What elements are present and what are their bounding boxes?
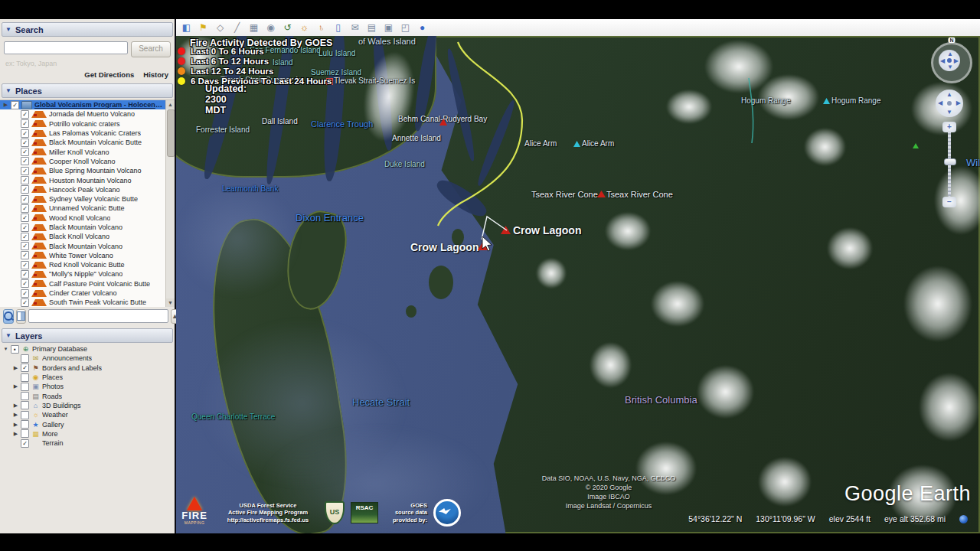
places-item[interactable]: ✓ "Molly's Nipple" Volcano bbox=[10, 269, 175, 279]
checkbox[interactable] bbox=[21, 420, 29, 429]
places-item-label[interactable]: Las Palomas Volcanic Craters bbox=[49, 129, 141, 137]
places-item[interactable]: ✓ Calf Pasture Point Volcanic Butte bbox=[10, 279, 175, 289]
places-item-label[interactable]: South Twin Peak Volcanic Butte bbox=[49, 298, 146, 306]
places-item-label[interactable]: Wood Knoll Volcano bbox=[49, 214, 110, 222]
checkbox[interactable] bbox=[21, 383, 29, 391]
map-marker[interactable] bbox=[439, 119, 447, 126]
layers-item-label[interactable]: More bbox=[42, 430, 58, 438]
places-item-label[interactable]: Black Mountain Volcanic Butte bbox=[49, 139, 142, 146]
checkbox[interactable] bbox=[21, 392, 29, 400]
expander-icon[interactable]: ▶ bbox=[13, 365, 18, 371]
zoom-out-button[interactable]: − bbox=[942, 197, 956, 207]
layers-item-label[interactable]: Gallery bbox=[42, 421, 64, 429]
scroll-up-icon[interactable]: ▲ bbox=[166, 100, 175, 109]
places-item[interactable]: ✓ Cinder Crater Volcano bbox=[10, 289, 175, 298]
places-item-label[interactable]: White Tower Volcano bbox=[49, 252, 113, 259]
map-viewport[interactable]: of Wales IslandSan Fernando IslandLulu I… bbox=[176, 36, 980, 533]
places-item[interactable]: ✓ Jornada del Muerto Volcano bbox=[10, 109, 175, 119]
pan-left-icon[interactable]: ◀ bbox=[938, 99, 942, 106]
layers-item[interactable]: ✉ Announcements bbox=[10, 354, 175, 363]
places-item[interactable]: ✓ Black Mountain Volcano bbox=[10, 241, 175, 250]
places-item-label[interactable]: Miller Knoll Volcano bbox=[49, 148, 109, 156]
search-link[interactable]: Get Directions bbox=[84, 70, 134, 79]
places-item[interactable]: ✓ Blue Spring Mountain Volcano bbox=[10, 166, 175, 175]
checkbox[interactable]: ✓ bbox=[21, 110, 29, 119]
places-item-label[interactable]: Global Volcanism Program - Holocene Volc… bbox=[34, 101, 163, 109]
places-item[interactable]: ✓ Las Palomas Volcanic Craters bbox=[10, 129, 175, 138]
places-item-label[interactable]: Sydney Valley Volcanic Butte bbox=[49, 195, 138, 203]
places-item[interactable]: ✓ Sydney Valley Volcanic Butte bbox=[10, 194, 175, 204]
places-item[interactable]: ✓ White Tower Volcano bbox=[10, 251, 175, 260]
save-image-icon[interactable]: ▣ bbox=[381, 21, 396, 34]
show-panel-button[interactable] bbox=[16, 309, 26, 324]
sunlight-icon[interactable]: ☼ bbox=[297, 21, 312, 34]
zoom-thumb[interactable] bbox=[944, 158, 956, 165]
places-item-label[interactable]: Red Knoll Volcanic Butte bbox=[49, 261, 125, 269]
layers-item[interactable]: ▤ Roads bbox=[10, 391, 175, 400]
north-indicator[interactable]: N bbox=[948, 37, 955, 43]
layers-item[interactable]: ◉ Places bbox=[10, 373, 175, 382]
checkbox[interactable]: ✓ bbox=[21, 195, 29, 204]
places-scrollbar[interactable]: ▲ ▼ bbox=[165, 100, 175, 307]
look-right-icon[interactable]: ▶ bbox=[954, 57, 959, 64]
checkbox[interactable]: ✓ bbox=[21, 261, 29, 269]
layers-item[interactable]: ▶ ☼ Weather bbox=[10, 410, 175, 419]
places-item[interactable]: ✓ Red Knoll Volcanic Butte bbox=[10, 260, 175, 269]
add-placemark-icon[interactable]: ⚑ bbox=[196, 21, 211, 34]
sidebar-toggle-icon[interactable]: ◧ bbox=[179, 21, 194, 34]
add-image-overlay-icon[interactable]: ▦ bbox=[247, 21, 261, 34]
print-icon[interactable]: ▤ bbox=[364, 21, 379, 34]
places-item[interactable]: ✓ Miller Knoll Volcano bbox=[10, 147, 175, 156]
layers-item-label[interactable]: Roads bbox=[42, 393, 62, 400]
places-item[interactable]: ✓ Unnamed Volcanic Butte bbox=[10, 204, 175, 213]
layers-item[interactable]: ▶ ★ Gallery bbox=[10, 419, 175, 429]
email-icon[interactable]: ✉ bbox=[348, 21, 362, 34]
places-filter-input[interactable] bbox=[28, 309, 168, 323]
pan-down-icon[interactable]: ▼ bbox=[946, 109, 952, 116]
places-item[interactable]: ✓ Black Mountain Volcanic Butte bbox=[10, 138, 175, 147]
places-item[interactable]: ✓ Black Knoll Volcano bbox=[10, 232, 175, 241]
places-item-label[interactable]: Black Knoll Volcano bbox=[49, 233, 109, 240]
record-tour-icon[interactable]: ◉ bbox=[263, 21, 278, 34]
layers-item-label[interactable]: Announcements bbox=[42, 354, 92, 362]
view-in-maps-icon[interactable]: ◰ bbox=[398, 21, 413, 34]
places-item-label[interactable]: Potrillo volcanic craters bbox=[49, 120, 120, 128]
status-globe-icon[interactable] bbox=[959, 515, 968, 523]
layers-item[interactable]: ▶ ▦ More bbox=[10, 429, 175, 439]
places-item-label[interactable]: Unnamed Volcanic Butte bbox=[49, 204, 125, 212]
places-item-label[interactable]: Black Mountain Volcano bbox=[49, 223, 122, 231]
look-joystick[interactable]: ◀ ▶ ▲ ▼ bbox=[939, 50, 960, 71]
layers-item-label[interactable]: Terrain bbox=[42, 439, 64, 447]
checkbox[interactable]: ✓ bbox=[21, 157, 29, 165]
checkbox[interactable] bbox=[21, 411, 29, 419]
globe-icon[interactable]: ● bbox=[415, 21, 430, 34]
map-marker[interactable] bbox=[478, 241, 488, 250]
expander-icon[interactable]: ▶ bbox=[3, 102, 8, 108]
checkbox[interactable]: ✓ bbox=[21, 251, 29, 259]
places-item[interactable]: ✓ Houston Mountain Volcano bbox=[10, 175, 175, 184]
layers-panel-header[interactable]: ▼ Layers bbox=[2, 328, 173, 343]
layers-item-label[interactable]: 3D Buildings bbox=[42, 402, 81, 409]
places-item-label[interactable]: Calf Pasture Point Volcanic Butte bbox=[49, 280, 150, 288]
ruler-icon[interactable]: ▯ bbox=[331, 21, 345, 34]
pan-right-icon[interactable]: ▶ bbox=[956, 99, 961, 106]
checkbox[interactable]: ✓ bbox=[21, 167, 29, 175]
search-places-button[interactable] bbox=[3, 309, 14, 324]
layers-item-label[interactable]: Places bbox=[42, 373, 63, 381]
expander-icon[interactable]: ▶ bbox=[13, 431, 18, 437]
checkbox[interactable]: ✓ bbox=[21, 289, 29, 298]
checkbox[interactable]: ✓ bbox=[21, 439, 29, 448]
zoom-slider[interactable]: + − bbox=[944, 125, 955, 201]
layers-item[interactable]: ✓ Terrain bbox=[10, 439, 175, 448]
expander-icon[interactable]: ▾ bbox=[3, 346, 8, 352]
look-left-icon[interactable]: ◀ bbox=[940, 57, 945, 64]
layers-item[interactable]: ▶ ✓ ⚑ Borders and Labels bbox=[10, 364, 175, 373]
search-input[interactable] bbox=[4, 41, 128, 54]
checkbox[interactable]: ✓ bbox=[21, 270, 29, 279]
checkbox[interactable]: ✓ bbox=[21, 176, 29, 184]
checkbox[interactable] bbox=[21, 373, 29, 382]
places-panel-header[interactable]: ▼ Places bbox=[2, 83, 173, 98]
places-item[interactable]: ✓ Wood Knoll Volcano bbox=[10, 214, 175, 223]
checkbox[interactable] bbox=[21, 429, 29, 438]
checkbox[interactable]: ✓ bbox=[21, 279, 29, 288]
